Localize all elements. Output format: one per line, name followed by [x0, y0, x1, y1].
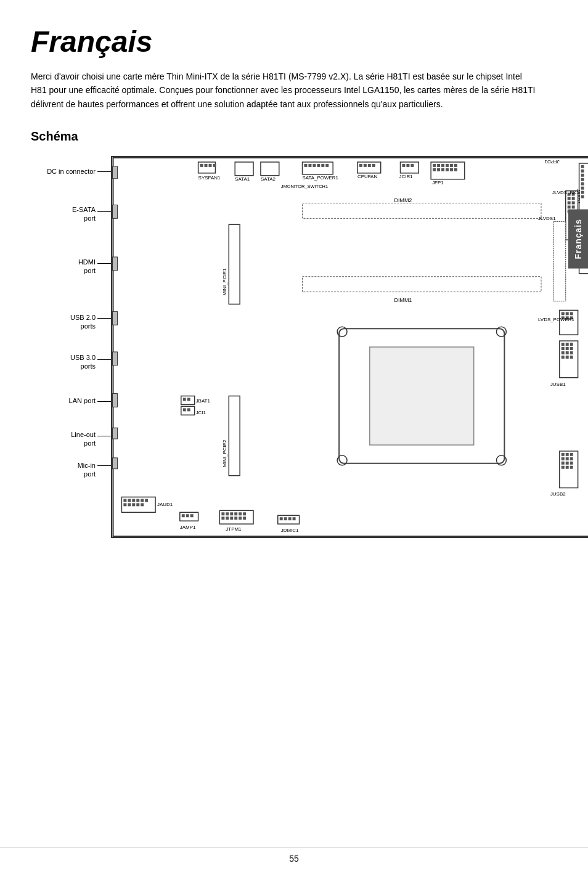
svg-rect-101	[566, 356, 569, 359]
svg-rect-124	[561, 466, 565, 469]
svg-rect-122	[566, 462, 569, 465]
svg-rect-172	[113, 428, 118, 439]
svg-rect-139	[141, 504, 144, 507]
svg-rect-68	[303, 203, 541, 219]
svg-text:JBAT1: JBAT1	[196, 399, 211, 404]
board-diagram: SYSFAN1 SATA1 SATA2 SATA_POWER1 JMONITOR…	[111, 156, 588, 538]
svg-text:JMONITOR_SWITCH1: JMONITOR_SWITCH1	[281, 184, 328, 189]
svg-rect-137	[132, 504, 135, 507]
svg-rect-144	[190, 514, 194, 517]
svg-rect-120	[570, 457, 573, 460]
line-micin	[97, 465, 111, 466]
svg-text:MINI_PCIE1: MINI_PCIE1	[222, 268, 227, 296]
svg-rect-1	[198, 162, 216, 173]
svg-text:CPUFAN: CPUFAN	[357, 174, 377, 179]
svg-rect-150	[234, 512, 237, 515]
svg-rect-9	[261, 162, 279, 176]
svg-rect-27	[402, 164, 405, 167]
label-usb30: USB 3.0ports	[31, 353, 96, 371]
svg-text:JUSB2: JUSB2	[550, 492, 566, 497]
svg-text:JDMIC1: JDMIC1	[281, 528, 299, 533]
svg-text:SYSFAN1: SYSFAN1	[198, 175, 221, 181]
svg-rect-99	[570, 351, 573, 354]
svg-rect-121	[561, 462, 565, 465]
svg-text:JAUD1: JAUD1	[157, 502, 173, 507]
svg-rect-38	[433, 168, 436, 171]
svg-rect-50	[581, 182, 584, 186]
svg-rect-22	[364, 164, 367, 167]
svg-rect-169	[113, 312, 118, 325]
schema-heading: Schéma	[31, 129, 557, 144]
svg-text:JTPM1: JTPM1	[226, 526, 242, 532]
left-labels-container: DC in connector E-SATAport HDMIport USB …	[31, 156, 108, 538]
svg-rect-147	[221, 512, 224, 515]
svg-rect-17	[325, 164, 329, 167]
svg-rect-167	[113, 205, 118, 219]
svg-rect-104	[229, 396, 240, 476]
svg-rect-170	[113, 352, 118, 365]
svg-text:SATA_POWER1: SATA_POWER1	[303, 175, 339, 181]
svg-rect-117	[570, 453, 573, 456]
svg-rect-98	[566, 351, 569, 354]
svg-rect-14	[312, 164, 316, 167]
svg-rect-168	[113, 257, 118, 271]
svg-rect-161	[280, 517, 283, 520]
svg-rect-148	[226, 512, 229, 515]
svg-rect-152	[243, 512, 246, 515]
svg-rect-12	[304, 164, 307, 167]
svg-rect-111	[183, 409, 186, 412]
svg-rect-95	[566, 347, 569, 350]
svg-rect-118	[561, 457, 565, 460]
svg-rect-151	[239, 512, 242, 515]
svg-rect-92	[566, 343, 569, 346]
svg-text:DIMM1: DIMM1	[394, 298, 412, 304]
svg-rect-143	[186, 514, 189, 517]
svg-text:JAMP1: JAMP1	[180, 525, 196, 530]
line-usb30	[97, 359, 111, 360]
svg-rect-162	[284, 517, 287, 520]
svg-rect-33	[437, 164, 440, 167]
svg-rect-7	[235, 162, 253, 176]
page-container: Français Français Merci d'avoir choisi u…	[0, 0, 588, 882]
svg-rect-47	[581, 169, 584, 173]
svg-rect-102	[570, 356, 573, 359]
svg-rect-131	[132, 499, 135, 502]
svg-rect-130	[128, 499, 131, 502]
svg-rect-79	[570, 312, 573, 316]
label-e-sata: E-SATAport	[31, 205, 96, 223]
svg-rect-5	[213, 164, 216, 167]
svg-rect-63	[568, 206, 571, 209]
label-usb20: USB 2.0ports	[31, 313, 96, 331]
svg-rect-116	[566, 453, 569, 456]
svg-text:JFP1: JFP1	[432, 180, 444, 186]
svg-rect-97	[561, 351, 565, 354]
svg-rect-136	[128, 504, 131, 507]
svg-rect-28	[406, 164, 409, 167]
page-number: 55	[289, 854, 299, 864]
svg-rect-40	[441, 168, 444, 171]
svg-rect-35	[446, 164, 449, 167]
label-micin: Mic-inport	[31, 461, 96, 479]
svg-text:MINI_PCIE2: MINI_PCIE2	[222, 439, 227, 467]
svg-rect-32	[433, 164, 436, 167]
svg-rect-3	[205, 164, 208, 167]
svg-rect-164	[293, 517, 296, 520]
svg-rect-59	[568, 197, 571, 200]
svg-rect-85	[370, 347, 474, 445]
svg-rect-142	[182, 514, 185, 517]
line-esata	[97, 211, 111, 212]
svg-rect-70	[303, 277, 541, 292]
svg-rect-77	[561, 312, 565, 316]
svg-rect-26	[400, 162, 419, 173]
svg-rect-37	[454, 164, 457, 167]
side-tab: Français	[568, 210, 588, 269]
svg-rect-21	[359, 164, 362, 167]
svg-rect-134	[145, 499, 148, 502]
svg-rect-48	[581, 174, 584, 177]
svg-text:JUSB1: JUSB1	[550, 382, 566, 387]
svg-rect-61	[568, 202, 571, 205]
svg-text:JLVDS1: JLVDS1	[538, 216, 556, 222]
line-dc-in	[97, 171, 111, 172]
label-hdmi: HDMIport	[31, 258, 96, 276]
svg-rect-29	[410, 164, 414, 167]
